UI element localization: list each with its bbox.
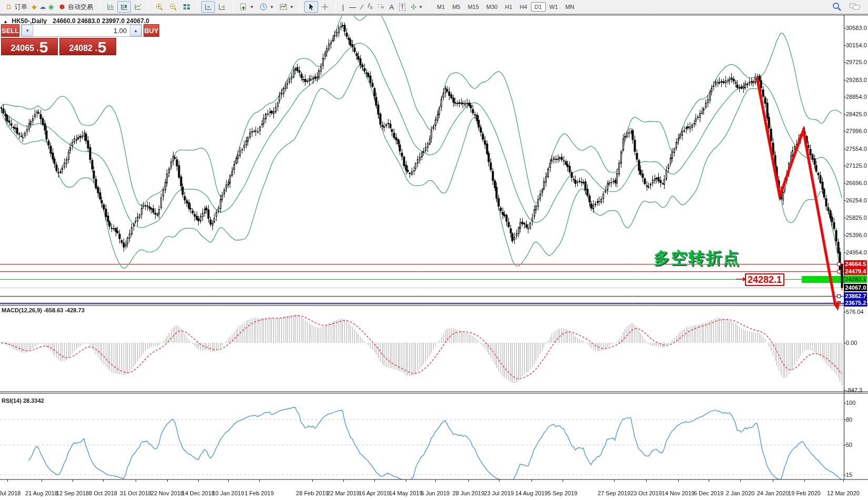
- zoom-out-button[interactable]: [166, 1, 180, 13]
- channel-tool[interactable]: ⫽E: [365, 1, 375, 13]
- date-axis-label: 28 Feb 2019: [296, 490, 329, 496]
- main-toolbar: 🗋 订单 ◆ ☁ ◉ ⬢ 自动交易: [0, 0, 868, 14]
- timeframe-m30[interactable]: M30: [483, 2, 501, 12]
- timeframe-mn[interactable]: MN: [561, 2, 578, 12]
- periods-button[interactable]: ▼: [257, 1, 277, 13]
- horizontal-line-tool[interactable]: —: [346, 2, 359, 12]
- trendline-tool[interactable]: ⁄: [359, 2, 365, 12]
- cursor-icon: [307, 3, 315, 11]
- chat-icon[interactable]: [849, 3, 861, 11]
- sell-button[interactable]: SELL: [1, 24, 19, 37]
- date-axis-label: 10 Jan 2019: [212, 490, 244, 496]
- trendline-icon: ⁄: [361, 4, 362, 11]
- chart-title: ▲ HK50-,Daily 24660.0 24683.0 23997.0 24…: [3, 17, 149, 25]
- price-tick-label: 24954.0: [846, 249, 867, 256]
- trading-terminal: 🗋 订单 ◆ ☁ ◉ ⬢ 自动交易: [0, 0, 868, 500]
- zoom-out-icon: [169, 3, 177, 11]
- line-chart-button[interactable]: [131, 1, 145, 13]
- ask-quote[interactable]: 24082 . 5: [59, 38, 116, 55]
- price-level-badge: 24282.1: [844, 275, 867, 283]
- tile-windows-icon: [182, 3, 191, 11]
- rsi-axis-label: 100: [846, 400, 855, 406]
- templates-button[interactable]: ▼: [277, 1, 297, 13]
- caret-down-icon: ▼: [270, 5, 274, 9]
- new-order-icon: 🗋: [5, 3, 13, 11]
- macd-axis-label: 576.04: [846, 309, 864, 315]
- toolbar-separator: [429, 2, 430, 12]
- volume-input[interactable]: [33, 25, 130, 36]
- toolbar-separator: [99, 2, 100, 12]
- date-axis-label: 6 Dec 2019: [694, 490, 723, 496]
- date-axis-label: 14 Dec 2018: [182, 490, 215, 496]
- channel-icon: ⫽E: [367, 2, 373, 11]
- chart-shift-button[interactable]: [215, 1, 229, 13]
- label-tool[interactable]: T: [396, 2, 408, 13]
- timeframe-h4[interactable]: H4: [516, 2, 531, 12]
- signals-icon[interactable]: ◉: [47, 3, 55, 11]
- volume-control: ▼ ▲: [21, 24, 142, 37]
- price-level-badge: 24664.5: [844, 260, 867, 268]
- date-axis-label: 1 Feb 2019: [244, 490, 274, 496]
- bar-chart-icon: [106, 3, 115, 11]
- periods-clock-icon: [259, 3, 268, 11]
- price-tick-label: 29725.0: [846, 59, 867, 65]
- rsi-label: RSI(14) 28.3342: [2, 397, 44, 404]
- search-icon[interactable]: [832, 2, 842, 12]
- date-axis-label: 14 Aug 2019: [515, 490, 548, 496]
- buy-button[interactable]: BUY: [144, 24, 159, 37]
- price-tick-label: 28425.0: [846, 111, 867, 117]
- timeframe-w1[interactable]: W1: [546, 2, 562, 12]
- date-axis-label: 12 Mar 2020: [827, 490, 860, 496]
- timeframe-m5[interactable]: M5: [448, 2, 464, 12]
- timeframe-h1[interactable]: H1: [501, 2, 516, 12]
- date-axis-label: 27 Sep 2019: [598, 490, 630, 496]
- text-tool[interactable]: A: [386, 2, 396, 12]
- date-axis-label: 8 Oct 2018: [89, 490, 117, 496]
- new-order-button[interactable]: 🗋 订单: [2, 1, 30, 13]
- bid-price-big-digit: 5: [39, 40, 48, 54]
- candlestick-chart-button[interactable]: [117, 1, 131, 13]
- date-axis-label: 5 Sep 2019: [548, 490, 577, 496]
- autoscroll-button[interactable]: [201, 1, 215, 13]
- templates-icon: [279, 3, 288, 11]
- autotrading-icon: ⬢: [58, 3, 66, 11]
- indicators-button[interactable]: ▼: [237, 1, 257, 13]
- fibonacci-tool[interactable]: ⸬F: [375, 1, 387, 13]
- turning-point-annotation: 多空转折点: [653, 247, 740, 269]
- cursor-button[interactable]: [304, 1, 318, 13]
- date-axis-label: 19 Feb 2020: [788, 490, 821, 496]
- toolbar-separator: [300, 2, 301, 12]
- volume-increase-button[interactable]: ▲: [130, 25, 141, 36]
- crosshair-button[interactable]: [318, 1, 332, 13]
- indicators-icon: [239, 3, 248, 11]
- autotrading-label: 自动交易: [68, 3, 93, 12]
- shapes-tool[interactable]: ✣▼: [408, 2, 425, 12]
- toolbar-separator: [335, 2, 336, 12]
- arrows-icon: ✣: [411, 4, 416, 11]
- price-level-badge: 24479.4: [844, 268, 867, 275]
- date-axis-label: 23 Jul 2019: [484, 490, 514, 496]
- one-click-trading-panel: SELL ▼ ▲ BUY 24065 . 5 24082 . 5: [1, 24, 116, 55]
- toolbar-separator: [148, 2, 149, 12]
- price-level-badge: 23862.7: [844, 292, 867, 300]
- price-tick-label: 29283.0: [846, 77, 867, 83]
- autotrading-button[interactable]: ⬢ 自动交易: [55, 1, 96, 13]
- market-watch-icon[interactable]: ☁: [38, 3, 47, 11]
- price-tick-label: 26696.0: [846, 180, 867, 186]
- chart-shift-icon: [218, 3, 226, 11]
- volume-decrease-button[interactable]: ▼: [22, 25, 33, 36]
- date-axis-label: 2 Jan 2020: [726, 490, 754, 496]
- bar-chart-button[interactable]: [104, 1, 117, 13]
- timeframe-d1[interactable]: D1: [531, 2, 546, 12]
- vertical-line-tool[interactable]: |: [340, 2, 346, 12]
- timeframe-m1[interactable]: M1: [433, 2, 448, 12]
- bid-quote[interactable]: 24065 . 5: [1, 38, 58, 55]
- tile-windows-button[interactable]: [180, 1, 193, 13]
- date-axis-label: 21 Aug 2018: [25, 490, 58, 496]
- timeframe-m15[interactable]: M15: [464, 2, 483, 12]
- price-tick-label: 27125.0: [846, 162, 867, 169]
- metaeditor-icon[interactable]: ◆: [30, 3, 38, 11]
- caret-down-icon: ▼: [290, 5, 294, 9]
- toolbar-separator: [232, 2, 233, 12]
- zoom-in-button[interactable]: [152, 1, 166, 13]
